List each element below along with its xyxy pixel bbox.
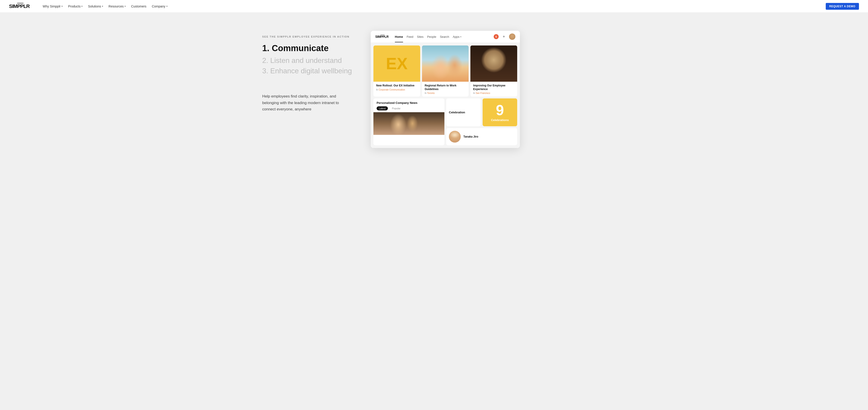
nav-item-products[interactable]: Products ▾ (66, 3, 85, 9)
celebration-label: Celebrations (491, 118, 509, 122)
nav-item-solutions[interactable]: Solutions ▾ (86, 3, 105, 9)
app-logo: SIMPPLR (375, 35, 389, 38)
news-card-header: Personalized Company News (373, 98, 444, 106)
app-body: EX New Rollout: Our EX Initiative In Cor… (371, 43, 520, 148)
app-nav-links: Home Feed Sites People Search Apps ▾ (395, 34, 489, 39)
news-tabs: Latest Popular (373, 106, 444, 112)
celebration-card: 9 Celebrations (483, 98, 517, 126)
coffee-card: Improving Our Employee Experience In San… (470, 46, 517, 97)
hero-step1: 1. Communicate (262, 43, 357, 53)
avatar-image (509, 33, 515, 40)
cards-top-row: EX New Rollout: Our EX Initiative In Cor… (373, 46, 517, 97)
add-icon[interactable]: + (501, 34, 506, 39)
nav-item-company[interactable]: Company ▾ (150, 3, 170, 9)
chevron-down-icon: ▾ (102, 5, 103, 7)
hero-step3: 3. Enhance digital wellbeing (262, 66, 357, 75)
app-nav-people[interactable]: People (427, 34, 436, 39)
app-nav-apps[interactable]: Apps ▾ (453, 34, 461, 39)
app-nav-home[interactable]: Home (395, 34, 403, 39)
chevron-down-icon: ▾ (125, 5, 126, 7)
nav-links: Why Simpplr ▾ Products ▾ Solutions ▾ Res… (40, 3, 818, 9)
ex-card: EX New Rollout: Our EX Initiative In Cor… (373, 46, 420, 97)
nav-item-resources[interactable]: Resources ▾ (106, 3, 128, 9)
chevron-down-icon: ▾ (166, 5, 167, 7)
profile-name: Tanaka Jiro (463, 135, 478, 138)
user-avatar[interactable] (509, 33, 515, 40)
hero-eyebrow: SEE THE SIMPPLR EMPLOYEE EXPERIENCE IN A… (262, 35, 357, 38)
ex-card-info: New Rollout: Our EX Initiative In Corpor… (373, 82, 420, 93)
app-nav-sites[interactable]: Sites (417, 34, 424, 39)
celebration-header-text: Celebration (449, 111, 465, 114)
ex-text: EX (386, 55, 408, 72)
request-demo-button[interactable]: REQUEST A DEMO (826, 3, 859, 10)
celebration-header-card: Celebration (446, 98, 481, 126)
coffee-card-category[interactable]: San Francisco (475, 92, 490, 94)
ex-card-visual: EX (373, 46, 420, 82)
navbar-logo[interactable]: SIMPPLR (9, 3, 30, 9)
people-card-meta: In Toronto (425, 92, 466, 94)
right-bottom-column: Celebration 9 Celebrations Tanaka Jiro (446, 98, 517, 145)
chevron-down-icon: ▾ (460, 35, 461, 38)
people-card-category[interactable]: Toronto (427, 92, 435, 94)
app-nav-right: 6 + (494, 33, 515, 40)
coffee-photo (470, 46, 517, 82)
news-image (373, 112, 444, 135)
people-card-info: Regional Return to Work Guidelines In To… (422, 82, 469, 97)
app-nav-feed[interactable]: Feed (407, 34, 413, 39)
ex-card-title: New Rollout: Our EX Initiative (376, 84, 417, 88)
hero-step2: 2. Listen and understand (262, 56, 357, 65)
personalized-news-card: Personalized Company News Latest Popular (373, 98, 444, 145)
celebration-content: 9 Celebrations (483, 98, 517, 126)
hero-left: SEE THE SIMPPLR EMPLOYEE EXPERIENCE IN A… (262, 31, 357, 113)
app-mockup: SIMPPLR Home Feed Sites People Search Ap… (371, 31, 520, 148)
tab-latest[interactable]: Latest (377, 106, 388, 110)
ex-card-category[interactable]: Corporate Communication (379, 88, 405, 91)
hero-description: Help employees find clarity, inspiration… (262, 93, 348, 112)
profile-avatar (449, 131, 461, 143)
tab-popular[interactable]: Popular (390, 106, 403, 110)
main-content: SEE THE SIMPPLR EMPLOYEE EXPERIENCE IN A… (217, 13, 651, 166)
people-photo (422, 46, 469, 82)
coffee-card-meta: In San Francisco (473, 92, 515, 94)
coffee-card-info: Improving Our Employee Experience In San… (470, 82, 517, 97)
celebration-number: 9 (496, 103, 504, 117)
coffee-card-title: Improving Our Employee Experience (473, 84, 515, 91)
app-nav: SIMPPLR Home Feed Sites People Search Ap… (371, 31, 520, 43)
navbar: SIMPPLR Why Simpplr ▾ Products ▾ Solutio… (0, 0, 868, 13)
people-card: Regional Return to Work Guidelines In To… (422, 46, 469, 97)
nav-item-customers[interactable]: Customers (129, 3, 149, 9)
chevron-down-icon: ▾ (61, 5, 63, 7)
profile-card: Tanaka Jiro (446, 128, 517, 145)
people-card-title: Regional Return to Work Guidelines (425, 84, 466, 91)
cards-bottom-row: Personalized Company News Latest Popular… (373, 98, 517, 145)
notification-badge[interactable]: 6 (494, 34, 499, 39)
ex-card-meta: In Corporate Communication (376, 88, 417, 91)
nav-item-why-simpplr[interactable]: Why Simpplr ▾ (40, 3, 65, 9)
app-nav-search[interactable]: Search (440, 34, 449, 39)
celebration-row: Celebration 9 Celebrations (446, 98, 517, 126)
chevron-down-icon: ▾ (81, 5, 83, 7)
